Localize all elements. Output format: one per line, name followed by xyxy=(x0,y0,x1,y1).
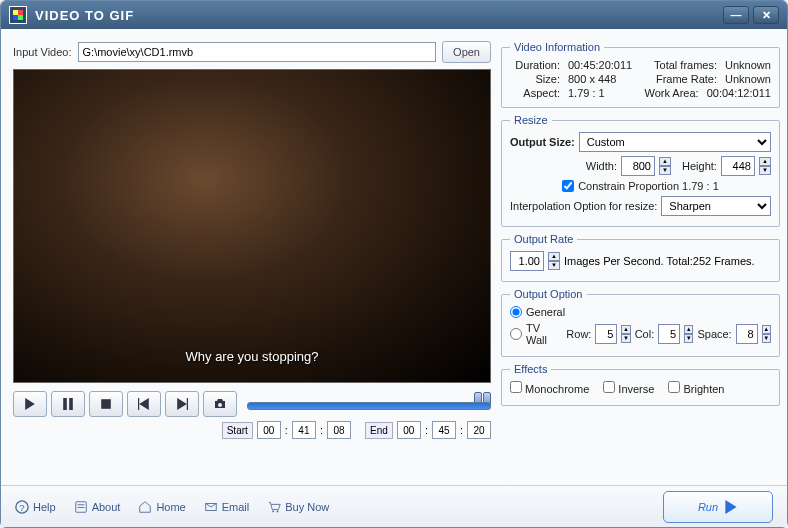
start-label: Start xyxy=(222,422,253,439)
inverse-label: Inverse xyxy=(618,383,654,395)
titlebar: VIDEO TO GIF — ✕ xyxy=(1,1,787,29)
constrain-label: Constrain Proportion 1.79 : 1 xyxy=(578,180,719,192)
height-spinner[interactable]: ▲▼ xyxy=(759,157,771,175)
window-title: VIDEO TO GIF xyxy=(35,8,134,23)
height-label: Height: xyxy=(682,160,717,172)
output-rate-legend: Output Rate xyxy=(510,233,577,245)
tvwall-radio[interactable] xyxy=(510,328,522,340)
resize-legend: Resize xyxy=(510,114,552,126)
prev-frame-button[interactable] xyxy=(127,391,161,417)
input-video-label: Input Video: xyxy=(13,46,72,58)
space-spinner[interactable]: ▲▼ xyxy=(762,325,771,343)
effects-legend: Effects xyxy=(510,363,551,375)
svg-text:?: ? xyxy=(19,501,24,512)
general-label: General xyxy=(526,306,565,318)
inverse-checkbox[interactable] xyxy=(603,381,615,393)
svg-rect-0 xyxy=(101,399,111,409)
rate-suffix: Images Per Second. Total:252 Frames. xyxy=(564,255,755,267)
col-label: Col: xyxy=(635,328,655,340)
open-button[interactable]: Open xyxy=(442,41,491,63)
svg-point-7 xyxy=(272,510,274,512)
monochrome-label: Monochrome xyxy=(525,383,589,395)
space-input[interactable] xyxy=(736,324,758,344)
start-sec-input[interactable] xyxy=(327,421,351,439)
email-link[interactable]: Email xyxy=(204,500,250,514)
brighten-label: Brighten xyxy=(683,383,724,395)
general-radio[interactable] xyxy=(510,306,522,318)
video-preview[interactable]: Why are you stopping? xyxy=(13,69,491,383)
footer: ?Help About Home Email Buy Now Run xyxy=(1,485,787,527)
col-spinner[interactable]: ▲▼ xyxy=(684,325,693,343)
constrain-checkbox[interactable] xyxy=(562,180,574,192)
row-label: Row: xyxy=(566,328,591,340)
end-sec-input[interactable] xyxy=(467,421,491,439)
output-size-select[interactable]: Custom xyxy=(579,132,771,152)
rate-spinner[interactable]: ▲▼ xyxy=(548,252,560,270)
run-button[interactable]: Run xyxy=(663,491,773,523)
output-rate-group: Output Rate ▲▼ Images Per Second. Total:… xyxy=(501,233,780,282)
snapshot-button[interactable] xyxy=(203,391,237,417)
row-input[interactable] xyxy=(595,324,617,344)
close-button[interactable]: ✕ xyxy=(753,6,779,24)
about-icon xyxy=(74,500,88,514)
video-info-group: Video Information Duration:00:45:20:011T… xyxy=(501,41,780,108)
output-size-label: Output Size: xyxy=(510,136,575,148)
interp-select[interactable]: Sharpen xyxy=(661,196,771,216)
end-min-input[interactable] xyxy=(432,421,456,439)
play-icon xyxy=(724,500,738,514)
svg-rect-4 xyxy=(77,504,84,505)
range-inputs: Start : : End : : xyxy=(13,421,491,439)
left-panel: Input Video: Open Why are you stopping? xyxy=(13,41,491,439)
content-area: Input Video: Open Why are you stopping? xyxy=(1,29,787,485)
end-hour-input[interactable] xyxy=(397,421,421,439)
playback-controls xyxy=(13,391,491,417)
svg-rect-5 xyxy=(77,507,84,508)
width-input[interactable] xyxy=(621,156,655,176)
monochrome-checkbox[interactable] xyxy=(510,381,522,393)
svg-point-8 xyxy=(277,510,279,512)
start-min-input[interactable] xyxy=(292,421,316,439)
home-icon xyxy=(138,500,152,514)
output-option-legend: Output Option xyxy=(510,288,587,300)
brighten-checkbox[interactable] xyxy=(668,381,680,393)
play-button[interactable] xyxy=(13,391,47,417)
input-video-field[interactable] xyxy=(78,42,437,62)
width-spinner[interactable]: ▲▼ xyxy=(659,157,671,175)
next-frame-button[interactable] xyxy=(165,391,199,417)
app-window: VIDEO TO GIF — ✕ Input Video: Open Why a… xyxy=(0,0,788,528)
end-label: End xyxy=(365,422,393,439)
resize-group: Resize Output Size: Custom Width: ▲▼ Hei… xyxy=(501,114,780,227)
row-spinner[interactable]: ▲▼ xyxy=(621,325,630,343)
video-info-legend: Video Information xyxy=(510,41,604,53)
height-input[interactable] xyxy=(721,156,755,176)
pause-button[interactable] xyxy=(51,391,85,417)
rate-input[interactable] xyxy=(510,251,544,271)
effects-group: Effects Monochrome Inverse Brighten xyxy=(501,363,780,406)
width-label: Width: xyxy=(586,160,617,172)
stop-button[interactable] xyxy=(89,391,123,417)
help-link[interactable]: ?Help xyxy=(15,500,56,514)
output-option-group: Output Option General TV Wall Row: ▲▼ Co… xyxy=(501,288,780,357)
space-label: Space: xyxy=(697,328,731,340)
start-hour-input[interactable] xyxy=(257,421,281,439)
seek-slider[interactable] xyxy=(247,398,491,410)
cart-icon xyxy=(267,500,281,514)
right-panel: Video Information Duration:00:45:20:011T… xyxy=(501,41,780,439)
help-icon: ? xyxy=(15,500,29,514)
email-icon xyxy=(204,500,218,514)
app-logo-icon xyxy=(9,6,27,24)
buy-link[interactable]: Buy Now xyxy=(267,500,329,514)
about-link[interactable]: About xyxy=(74,500,121,514)
video-subtitle: Why are you stopping? xyxy=(14,349,490,364)
interp-label: Interpolation Option for resize: xyxy=(510,200,657,212)
home-link[interactable]: Home xyxy=(138,500,185,514)
minimize-button[interactable]: — xyxy=(723,6,749,24)
tvwall-label: TV Wall xyxy=(526,322,555,346)
col-input[interactable] xyxy=(658,324,680,344)
